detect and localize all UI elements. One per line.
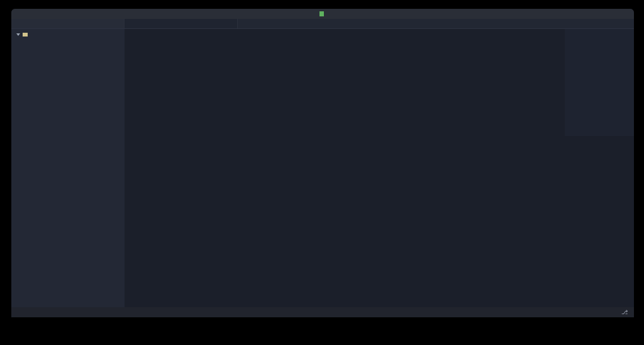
tab-file[interactable]: [125, 19, 238, 28]
line-number-gutter[interactable]: [125, 29, 138, 307]
project-tree[interactable]: [11, 29, 125, 307]
minimap[interactable]: [565, 29, 634, 136]
file-icon: [319, 11, 324, 16]
status-git[interactable]: ⎇: [621, 309, 628, 315]
window-title: [11, 11, 634, 17]
main-body: [11, 29, 634, 307]
status-left: [18, 309, 34, 315]
traffic-lights: [11, 11, 36, 16]
close-icon[interactable]: [16, 11, 21, 16]
code-editor[interactable]: [125, 29, 634, 307]
status-right: ⎇: [602, 309, 628, 315]
code-area[interactable]: [138, 29, 565, 307]
tab-project[interactable]: [11, 19, 125, 28]
titlebar[interactable]: [11, 9, 634, 19]
minimize-icon[interactable]: [24, 11, 29, 16]
editor-window: ⎇: [11, 9, 634, 317]
folder-icon: [23, 33, 28, 37]
tab-bar: [11, 19, 634, 29]
zoom-icon[interactable]: [31, 11, 36, 16]
tree-folder-post[interactable]: [11, 31, 125, 38]
status-bar: ⎇: [11, 307, 634, 317]
chevron-down-icon: [16, 33, 20, 36]
